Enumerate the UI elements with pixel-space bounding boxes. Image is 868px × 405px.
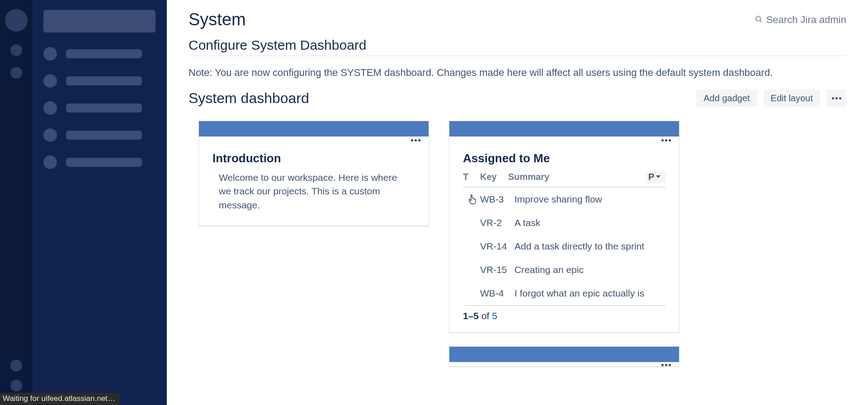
dashboard-column-right: Assigned to Me T Key Summary P — [449, 121, 679, 367]
sidebar-item[interactable] — [43, 74, 156, 88]
issue-summary[interactable]: Improve sharing flow — [514, 194, 665, 205]
placeholder-label — [66, 104, 142, 113]
gadget-title: Assigned to Me — [463, 151, 665, 165]
sidebar-item[interactable] — [43, 155, 156, 169]
nav-icon-2[interactable] — [10, 67, 22, 79]
placeholder-icon — [43, 74, 57, 88]
table-row[interactable]: VR-2 A task — [463, 211, 665, 235]
table-row[interactable]: VR-14 Add a task directly to the sprint — [463, 235, 665, 258]
placeholder-label — [66, 131, 142, 140]
main: System Search Jira admin Configure Syste… — [167, 0, 868, 405]
sidebar-search-placeholder[interactable] — [43, 10, 156, 33]
app-logo-icon[interactable] — [5, 9, 28, 32]
svg-point-0 — [756, 16, 761, 21]
table-row[interactable]: VR-15 Creating an epic — [463, 258, 665, 282]
issue-summary[interactable]: I forgot what an epic actually is — [514, 288, 665, 299]
gadget-more-icon[interactable] — [661, 139, 671, 141]
col-priority-label: P — [648, 172, 654, 182]
svg-line-1 — [760, 20, 761, 22]
footer-range: 1–5 — [463, 311, 479, 321]
assigned-footer: 1–5 of 5 — [463, 305, 665, 321]
placeholder-icon — [43, 128, 57, 142]
issue-key[interactable]: VR-2 — [480, 217, 508, 228]
assigned-table-header: T Key Summary P — [463, 171, 665, 188]
gadget-more-icon[interactable] — [411, 139, 420, 141]
issue-summary[interactable]: A task — [514, 217, 665, 228]
nav-bottom-icon-2[interactable] — [10, 380, 22, 391]
gadget-more-icon[interactable] — [661, 364, 671, 366]
global-nav — [0, 0, 33, 405]
placeholder-label — [66, 49, 142, 58]
issue-key[interactable]: VR-14 — [480, 241, 508, 252]
placeholder-icon — [43, 101, 57, 115]
browser-status-bar: Waiting for uifeed.atlassian.net… — [0, 393, 120, 405]
sub-heading: Configure System Dashboard — [189, 38, 846, 56]
search-icon — [755, 14, 763, 26]
gadget-partial — [449, 346, 679, 367]
footer-total-link[interactable]: 5 — [492, 311, 497, 321]
issue-summary[interactable]: Creating an epic — [514, 264, 665, 275]
gadget-assigned-to-me: Assigned to Me T Key Summary P — [449, 121, 679, 333]
sidebar-item[interactable] — [43, 128, 156, 142]
gadget-title: Introduction — [212, 151, 415, 165]
add-gadget-button[interactable]: Add gadget — [696, 89, 757, 107]
nav-icon-1[interactable] — [10, 44, 22, 56]
sidebar-item[interactable] — [43, 47, 156, 61]
placeholder-icon — [43, 155, 57, 169]
sidebar-item[interactable] — [43, 101, 156, 115]
search-jira-admin[interactable]: Search Jira admin — [755, 14, 846, 26]
nav-bottom-icon-1[interactable] — [10, 360, 22, 372]
gadget-header — [449, 347, 679, 362]
dashboard-column-left: Introduction Welcome to our workspace. H… — [198, 121, 429, 226]
issue-key[interactable]: VR-15 — [480, 264, 508, 275]
sidebar — [33, 0, 167, 405]
col-key[interactable]: Key — [480, 172, 508, 182]
issue-summary[interactable]: Add a task directly to the sprint — [514, 241, 665, 252]
gadget-introduction: Introduction Welcome to our workspace. H… — [198, 121, 429, 226]
footer-of: of — [479, 311, 492, 321]
intro-text: Welcome to our workspace. Here is where … — [212, 171, 415, 215]
more-actions-button[interactable] — [826, 89, 846, 107]
dashboard-heading: System dashboard — [189, 90, 309, 107]
placeholder-label — [66, 158, 142, 167]
gadget-header — [449, 121, 679, 137]
placeholder-label — [66, 76, 142, 85]
note-text: Note: You are now configuring the SYSTEM… — [189, 66, 846, 80]
more-icon — [832, 97, 841, 99]
table-row[interactable]: WB-3 Improve sharing flow — [463, 188, 665, 211]
page-title: System — [189, 10, 246, 29]
col-summary[interactable]: Summary — [508, 172, 646, 182]
search-admin-label: Search Jira admin — [766, 14, 846, 26]
issue-key[interactable]: WB-3 — [480, 194, 508, 205]
gadget-header — [199, 121, 429, 137]
edit-layout-button[interactable]: Edit layout — [764, 89, 820, 107]
table-row[interactable]: WB-4 I forgot what an epic actually is — [463, 282, 665, 305]
placeholder-icon — [43, 47, 57, 61]
issue-key[interactable]: WB-4 — [480, 288, 508, 299]
col-priority-dropdown[interactable]: P — [646, 171, 665, 183]
col-type[interactable]: T — [463, 172, 480, 182]
chevron-down-icon — [656, 175, 660, 178]
